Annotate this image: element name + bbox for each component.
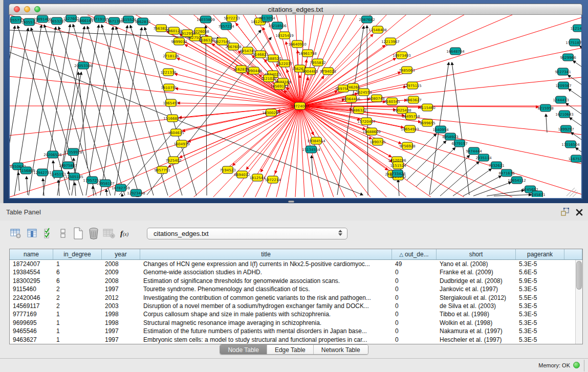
network-window-titlebar[interactable]: citations_edges.txt [9,4,582,15]
new-document-icon[interactable] [72,227,85,240]
table-cell: 19384554 [10,268,53,276]
svg-text:1145193: 1145193 [50,172,66,177]
table-cell: 9777169 [10,310,53,318]
table-cell: 2012 [102,294,140,302]
svg-text:20053346: 20053346 [74,64,93,68]
table-row[interactable]: 2242004622012Investigating the contribut… [10,294,582,302]
row-toggle-icon[interactable] [56,227,70,240]
table-select-value: citations_edges.txt [154,230,209,237]
table-cell: 2009 [102,268,140,276]
attribute-table: name in_degree year title △out_de... sho… [9,249,583,344]
table-cell: 6 [53,277,102,285]
column-header-name[interactable]: name [10,249,53,259]
column-header-in-degree[interactable]: in_degree [53,249,102,259]
column-header-short[interactable]: short [437,249,516,259]
table-cell: 1 [53,327,102,335]
svg-text:1604675: 1604675 [168,131,184,135]
tab-node-table[interactable]: Node Table [220,345,267,355]
table-row[interactable]: 946554611997Estimation of the future num… [10,327,582,335]
svg-text:10973493: 10973493 [393,54,411,58]
table-cell: 5.3E-5 [516,336,564,344]
table-cell: Corpus callosum shape and size in male p… [140,310,392,318]
svg-text:9245871: 9245871 [529,193,545,197]
citation-network-graph[interactable]: 1162815199044867340231121022977716914569… [10,15,581,197]
network-canvas[interactable]: 1162815199044867340231121022977716914569… [9,15,582,199]
select-columns-icon[interactable] [26,227,39,240]
svg-text:18300295: 18300295 [262,111,280,115]
svg-text:12942737: 12942737 [33,171,52,175]
memory-status-indicator[interactable] [573,362,580,368]
table-cell: Structural magnetic resonance image aver… [140,319,392,327]
svg-text:8958923: 8958923 [442,135,458,139]
split-pane-gutter[interactable] [0,0,4,203]
tab-edge-table[interactable]: Edge Table [267,345,314,355]
svg-text:9462871: 9462871 [135,20,150,24]
network-window[interactable]: citations_edges.txt 11628151990448673402… [9,4,582,200]
svg-text:9699695: 9699695 [419,121,435,125]
table-cell: Changes of HCN gene expression and I(f) … [140,260,392,268]
table-cell: Tourette syndrome. Phenomenology and cla… [140,285,392,293]
table-cell: 1997 [102,285,140,293]
table-scrollbar[interactable] [575,260,582,344]
table-cell: 22420046 [10,294,53,302]
svg-text:9463627: 9463627 [405,98,421,102]
table-cell: 0 [392,319,437,327]
table-cell: 0 [392,327,437,335]
table-row[interactable]: 1872400712008Changes of HCN gene express… [10,260,582,268]
table-cell: 2 [53,285,102,293]
svg-text:9146821: 9146821 [252,53,268,57]
table-cell: 14569117 [10,302,53,310]
table-body: 1872400712008Changes of HCN gene express… [10,260,582,344]
svg-text:1221336: 1221336 [160,71,177,75]
table-cell: 2 [53,294,102,302]
network-desktop: citations_edges.txt 11628151990448673402… [4,0,588,203]
svg-text:11156869: 11156869 [17,169,35,173]
table-cell: de Silva et al. (2003) [437,302,516,310]
select-all-check-icon[interactable] [42,227,55,240]
table-row[interactable]: 946362711997Embryonic stem cells: a mode… [10,336,582,344]
svg-text:1899297: 1899297 [558,127,574,132]
delete-trash-icon[interactable] [87,227,100,240]
table-row[interactable]: 977716911998Corpus callosum shape and si… [10,310,582,318]
table-cell: Stergiakouli et al. (2012) [437,294,516,302]
svg-text:9827546: 9827546 [214,40,230,44]
svg-text:15720407: 15720407 [357,120,376,124]
table-cell: 1 [53,319,102,327]
split-divider-grip[interactable] [288,201,294,203]
column-header-pagerank[interactable]: pagerank [516,249,564,259]
table-row[interactable]: 969969511998Structural magnetic resonanc… [10,319,582,327]
table-settings-icon[interactable] [9,227,23,240]
svg-text:2718126: 2718126 [163,54,179,58]
table-cell: 0 [392,336,437,344]
tab-network-table[interactable]: Network Table [314,345,368,355]
table-select-dropdown[interactable]: citations_edges.txt [147,228,347,239]
table-scrollbar-thumb[interactable] [576,261,582,290]
function-builder-icon[interactable]: f(x) [118,227,131,240]
svg-text:7485063: 7485063 [399,69,415,73]
table-cell: Yano et al. (2008) [437,260,516,268]
table-cell: Dudbridge et al. (2008) [437,277,516,285]
column-header-out-degree[interactable]: △out_de... [392,249,437,259]
table-cell: 1 [53,260,102,268]
column-header-year[interactable]: year [102,249,140,259]
svg-text:5972213: 5972213 [224,16,239,20]
table-cell: 5.5E-5 [516,294,564,302]
svg-text:9899012: 9899012 [171,40,187,44]
table-row[interactable]: 1830029562008Estimation of significance … [10,277,582,285]
svg-text:8912954: 8912954 [179,32,195,36]
svg-text:12923448: 12923448 [127,191,145,195]
close-panel-icon[interactable] [576,209,583,216]
column-header-title[interactable]: title [140,249,392,259]
table-cell: 0 [392,285,437,293]
table-cell: 9699695 [10,319,53,327]
table-cell: 9465546 [10,327,53,335]
table-row[interactable]: 911546021997Tourette syndrome. Phenomeno… [10,285,582,293]
table-row[interactable]: 1938455462009Genome-wide association stu… [10,268,582,276]
svg-text:10654112: 10654112 [508,179,526,183]
table-cell: 2008 [102,260,140,268]
table-panel: Table Panel [0,203,588,358]
network-view-section: citations_edges.txt 11628151990448673402… [0,0,588,203]
float-panel-icon[interactable] [561,208,570,216]
svg-text:19384554: 19384554 [307,139,325,143]
table-row[interactable]: 1456911722003Disruption of a novel membe… [10,302,582,310]
